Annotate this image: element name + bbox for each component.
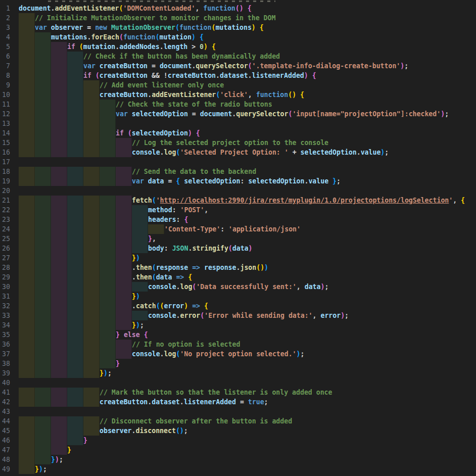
code-line[interactable]: 41// Mark the button so that the listene… — [0, 388, 476, 397]
code-token: ) — [39, 465, 43, 473]
indent-rainbow-block — [35, 301, 51, 311]
code-line[interactable]: 33console.error('Error while sending dat… — [0, 311, 476, 320]
code-token: ) — [192, 33, 196, 41]
code-token: } — [116, 360, 120, 367]
code-line[interactable]: 38} — [0, 359, 476, 368]
code-line[interactable]: 44// Disconnect observer after the butto… — [0, 416, 476, 426]
code-line[interactable]: 25}, — [0, 234, 476, 244]
code-line-content: console.log('No project option selected.… — [19, 349, 476, 359]
code-line[interactable]: 18// Send the data to the backend — [0, 167, 476, 176]
code-token: ( — [200, 312, 204, 319]
indent-rainbow-block — [35, 71, 51, 80]
code-line[interactable]: 47} — [0, 445, 476, 455]
indent-rainbow-block — [51, 215, 67, 224]
code-token: ; — [345, 312, 349, 319]
code-line[interactable]: 19var data = { selectedOption: selectedO… — [0, 176, 476, 186]
code-line[interactable]: 40 — [0, 378, 476, 388]
indent-rainbow-block — [132, 282, 148, 292]
code-line[interactable]: 21fetch('http://localhost:2990/jira/rest… — [0, 196, 476, 205]
code-line[interactable]: 34}); — [0, 320, 476, 330]
code-line[interactable]: 13 — [0, 119, 476, 128]
line-number: 30 — [0, 282, 10, 292]
code-token — [256, 24, 260, 31]
indent-rainbow-block — [67, 234, 83, 244]
code-line-content: }); — [19, 455, 476, 464]
code-line[interactable]: 7var createButton = document.querySelect… — [0, 61, 476, 71]
code-line[interactable]: 29.then(data => { — [0, 272, 476, 282]
code-line[interactable]: 49}); — [0, 464, 476, 474]
code-token: selectedOption — [248, 177, 304, 185]
indent-rainbow-block — [83, 100, 100, 109]
code-line[interactable]: 15// Log the selected project option to … — [0, 138, 476, 148]
code-line[interactable]: 17 — [0, 157, 476, 167]
indent-rainbow-block — [19, 80, 35, 90]
code-line[interactable]: 12var selectedOption = document.querySel… — [0, 109, 476, 119]
code-line[interactable]: 26body: JSON.stringify(data) — [0, 244, 476, 253]
code-line-content: 'Content-Type': 'application/json' — [19, 224, 476, 234]
clipped-top-line — [0, 0, 476, 4]
code-token: : — [164, 245, 172, 252]
code-line[interactable]: 11// Check the state of the radio button… — [0, 100, 476, 109]
code-line[interactable]: 30console.log('Data successfully sent:',… — [0, 282, 476, 292]
code-line[interactable]: 42createButton.dataset.listenerAdded = t… — [0, 397, 476, 407]
code-line[interactable]: 20 — [0, 186, 476, 196]
code-line[interactable]: 36// If no option is selected — [0, 340, 476, 349]
code-line[interactable]: 31}) — [0, 292, 476, 301]
code-lines-container[interactable]: 1document.addEventListener('DOMContentLo… — [0, 4, 476, 474]
line-number: 32 — [0, 301, 10, 311]
code-line[interactable]: 1document.addEventListener('DOMContentLo… — [0, 4, 476, 13]
code-line[interactable]: 27}) — [0, 253, 476, 263]
code-line[interactable]: 24'Content-Type': 'application/json' — [0, 224, 476, 234]
code-line[interactable]: 37console.log('No project option selecte… — [0, 349, 476, 359]
code-token: forEach — [91, 33, 119, 41]
indent-rainbow-block — [100, 128, 116, 138]
code-line-content: .then(data => { — [19, 272, 476, 282]
code-line[interactable]: 28.then(response => response.json()) — [0, 263, 476, 272]
code-token: createButton — [100, 91, 148, 99]
code-line[interactable]: 6// Check if the button has been dynamic… — [0, 52, 476, 61]
code-line[interactable]: 43 — [0, 407, 476, 416]
code-line[interactable]: 48}); — [0, 455, 476, 464]
code-line[interactable]: 22method: 'POST', — [0, 205, 476, 215]
code-line[interactable]: 10createButton.addEventListener('click',… — [0, 90, 476, 100]
code-token: + — [289, 149, 301, 156]
indent-rainbow-block — [19, 426, 35, 436]
line-number: 19 — [0, 176, 10, 186]
line-number: 4 — [0, 32, 10, 42]
code-token: ( — [152, 197, 156, 204]
code-line[interactable]: 32.catch((error) => { — [0, 301, 476, 311]
code-token: && — [148, 72, 164, 79]
code-token: MutationObserver — [111, 24, 175, 31]
code-line[interactable]: 14if (selectedOption) { — [0, 128, 476, 138]
code-line[interactable]: 2// Initialize MutationObserver to monit… — [0, 13, 476, 23]
code-token: disconnect — [135, 427, 175, 435]
indent-rainbow-block — [67, 205, 83, 215]
indent-rainbow-block — [51, 52, 67, 61]
indent-rainbow-block — [132, 234, 148, 244]
code-token: = — [188, 110, 200, 118]
code-line[interactable]: 39}); — [0, 368, 476, 378]
code-line[interactable]: 3var observer = new MutationObserver(fun… — [0, 23, 476, 32]
code-token: ( — [79, 43, 83, 51]
indent-rainbow-block — [35, 234, 51, 244]
code-line[interactable]: 45observer.disconnect(); — [0, 426, 476, 436]
code-line[interactable]: 5if (mutation.addedNodes.length > 0) { — [0, 42, 476, 52]
code-line-content: fetch('http://localhost:2990/jira/rest/m… — [19, 196, 476, 205]
code-token: stringify — [192, 245, 228, 252]
indent-rainbow-block — [116, 205, 132, 215]
code-token: { — [300, 91, 304, 99]
code-token: ; — [59, 456, 63, 463]
code-line[interactable]: 8if (createButton && !createButton.datas… — [0, 71, 476, 80]
code-line[interactable]: 23headers: { — [0, 215, 476, 224]
line-number: 11 — [0, 100, 10, 109]
code-line[interactable]: 35} else { — [0, 330, 476, 340]
code-line[interactable]: 9// Add event listener only once — [0, 80, 476, 90]
code-token: selectedOption — [184, 177, 240, 185]
indent-rainbow-block — [35, 176, 51, 186]
code-line[interactable]: 46} — [0, 436, 476, 445]
indent-rainbow-block — [83, 244, 100, 253]
code-line[interactable]: 4mutations.forEach(function(mutation) { — [0, 32, 476, 42]
url-link-token[interactable]: http://localhost:2990/jira/rest/myplugin… — [160, 197, 449, 204]
indent-rainbow-block — [19, 109, 35, 119]
code-line[interactable]: 16console.log('Selected Project Option: … — [0, 148, 476, 157]
